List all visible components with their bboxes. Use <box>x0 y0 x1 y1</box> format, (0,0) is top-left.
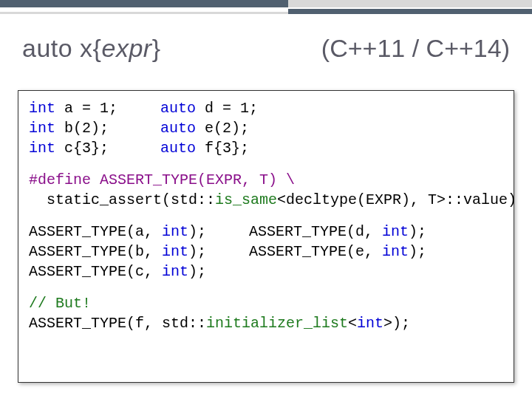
assert-post: ); <box>409 223 426 240</box>
assert-post: ); <box>188 223 206 240</box>
f-assert-tmpl: initializer_list <box>206 315 348 332</box>
assert-pre: ASSERT_TYPE(b, <box>29 243 162 260</box>
code-box: int a = 1;int b(2);int c{3}; auto d = 1;… <box>18 90 514 383</box>
code-text: e(2); <box>196 120 249 137</box>
code-line: ASSERT_TYPE(e, int); <box>249 242 426 262</box>
title-right: (C++11 / C++14) <box>321 34 510 63</box>
code-line: auto f{3}; <box>160 138 258 158</box>
assert-pre: ASSERT_TYPE(a, <box>29 223 162 240</box>
title-left: auto x{expr} <box>22 34 160 63</box>
code-line: ASSERT_TYPE(d, int); <box>249 222 426 242</box>
asserts-right-col: ASSERT_TYPE(d, int);ASSERT_TYPE(e, int); <box>249 222 426 282</box>
title-expr: expr <box>101 34 151 62</box>
keyword: int <box>29 100 55 117</box>
assert-post: ); <box>188 243 206 260</box>
slide-title: auto x{expr} (C++11 / C++14) <box>22 34 510 63</box>
define-line2-pre: static_assert(std:: <box>29 191 215 208</box>
but-block: // But! ASSERT_TYPE(f, std::initializer_… <box>29 293 503 333</box>
code-text: c{3}; <box>55 140 109 157</box>
title-close: } <box>152 34 161 62</box>
code-text: a = 1; <box>55 100 117 117</box>
keyword: int <box>162 223 188 240</box>
f-assert-pre: ASSERT_TYPE(f, std:: <box>29 315 206 332</box>
f-assert-post: >); <box>383 315 410 332</box>
declarations-auto-col: auto d = 1;auto e(2);auto f{3}; <box>160 98 258 158</box>
code-line: ASSERT_TYPE(b, int); <box>29 242 206 262</box>
keyword: auto <box>160 140 196 157</box>
code-line: int a = 1; <box>29 98 117 118</box>
keyword: auto <box>160 120 196 137</box>
declarations-block: int a = 1;int b(2);int c{3}; auto d = 1;… <box>29 98 503 158</box>
keyword: int <box>162 263 188 280</box>
keyword: int <box>29 140 55 157</box>
keyword: int <box>382 223 409 240</box>
assert-pre: ASSERT_TYPE(c, <box>29 263 162 280</box>
slide-accent-bar <box>0 0 532 13</box>
code-text: f{3}; <box>196 140 249 157</box>
declarations-int-col: int a = 1;int b(2);int c{3}; <box>29 98 117 158</box>
define-line1: #define ASSERT_TYPE(EXPR, T) \ <box>29 171 295 188</box>
but-comment: // But! <box>29 295 91 312</box>
code-text: b(2); <box>55 120 109 137</box>
asserts-block: ASSERT_TYPE(a, int);ASSERT_TYPE(b, int);… <box>29 222 503 282</box>
f-assert-mid: < <box>348 315 357 332</box>
define-line2-tmpl: is_same <box>215 191 277 208</box>
code-line: ASSERT_TYPE(c, int); <box>29 262 206 282</box>
define-line2-post: <decltype(EXPR), T>::value) <box>277 191 516 208</box>
assert-post: ); <box>409 243 426 260</box>
code-line: ASSERT_TYPE(a, int); <box>29 222 206 242</box>
code-text: d = 1; <box>196 100 258 117</box>
assert-pre: ASSERT_TYPE(d, <box>249 223 382 240</box>
f-assert-kw: int <box>357 315 383 332</box>
assert-post: ); <box>188 263 206 280</box>
keyword: int <box>29 120 55 137</box>
keyword: int <box>162 243 188 260</box>
title-auto: auto x{ <box>22 34 101 62</box>
code-line: auto d = 1; <box>160 98 258 118</box>
keyword: auto <box>160 100 196 117</box>
keyword: int <box>382 243 409 260</box>
asserts-left-col: ASSERT_TYPE(a, int);ASSERT_TYPE(b, int);… <box>29 222 206 282</box>
assert-pre: ASSERT_TYPE(e, <box>249 243 382 260</box>
code-line: int b(2); <box>29 118 117 138</box>
code-line: int c{3}; <box>29 138 117 158</box>
code-line: auto e(2); <box>160 118 258 138</box>
define-block: #define ASSERT_TYPE(EXPR, T) \ static_as… <box>29 170 503 210</box>
